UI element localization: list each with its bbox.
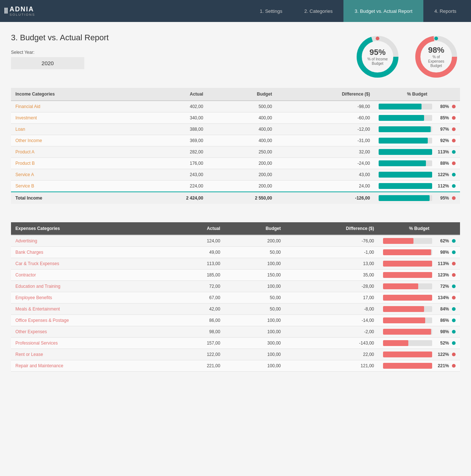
expense-diff: -143,00 xyxy=(285,338,379,349)
expense-dot xyxy=(452,262,456,265)
income-total-label: Total Income xyxy=(11,192,139,204)
expense-diff: 22,00 xyxy=(285,349,379,360)
expense-actual: 221,00 xyxy=(168,360,224,372)
expense-diff: 17,00 xyxy=(285,292,379,304)
expense-table-header: Expenses Categories Actual Budget Differ… xyxy=(11,222,460,235)
charts-area: 95% % of IncomeBudget 98% % of ExpensesB… xyxy=(354,33,460,81)
expense-diff: -14,00 xyxy=(285,315,379,326)
income-budget: 400,00 xyxy=(207,124,276,135)
income-col-budget: Budget xyxy=(207,88,276,101)
expense-diff: -8,00 xyxy=(285,304,379,315)
income-dot xyxy=(452,127,456,131)
expense-donut-wrapper: 98% % of ExpensesBudget xyxy=(412,33,460,81)
page-header: 3. Budget vs. Actual Report Select Year:… xyxy=(11,33,460,81)
income-dot xyxy=(452,150,456,154)
expense-cat-name: Contractor xyxy=(11,269,168,281)
income-cat-name: Service A xyxy=(11,169,139,181)
expense-cat-name: Employee Benefits xyxy=(11,292,168,304)
income-budget: 400,00 xyxy=(207,135,276,146)
income-diff: 24,00 xyxy=(276,181,374,192)
page-title-section: 3. Budget vs. Actual Report Select Year: xyxy=(11,33,109,69)
income-pct-cell: 92% xyxy=(374,135,460,146)
expense-dot xyxy=(452,353,456,356)
expense-cat-name: Bank Charges xyxy=(11,247,168,258)
expense-cat-name: Professional Services xyxy=(11,338,168,349)
expense-actual: 86,00 xyxy=(168,315,224,326)
nav-bar: ⁞⁞ ADNIA SOLUTIONS 1. Settings 2. Catego… xyxy=(0,0,471,22)
income-sub: % of IncomeBudget xyxy=(367,57,388,66)
income-dot xyxy=(452,139,456,142)
expense-pct-cell: 52% xyxy=(379,338,460,349)
expense-diff: 121,00 xyxy=(285,360,379,372)
income-row: Service B 224,00 200,00 24,00 112% xyxy=(11,181,460,192)
expense-col-category: Expenses Categories xyxy=(11,222,168,235)
income-actual: 224,00 xyxy=(139,181,208,192)
expense-cat-name: Rent or Lease xyxy=(11,349,168,360)
expense-dot xyxy=(452,296,456,300)
income-cat-name: Financial Aid xyxy=(11,101,139,112)
expense-col-diff: Difference ($) xyxy=(285,222,379,235)
expense-row: Employee Benefits 67,00 50,00 17,00 134% xyxy=(11,292,460,304)
logo-name: ADNIA xyxy=(10,6,35,12)
expense-dot xyxy=(452,273,456,277)
tab-categories[interactable]: 2. Categories xyxy=(293,0,343,22)
income-pct-cell: 122% xyxy=(374,169,460,181)
income-pct: 95% xyxy=(367,48,388,57)
expense-table-body: Advertising 124,00 200,00 -76,00 62% Ban… xyxy=(11,235,460,372)
expense-budget: 100,00 xyxy=(225,326,285,338)
expense-row: Meals & Entertainment 42,00 50,00 -8,00 … xyxy=(11,304,460,315)
expense-row: Bank Charges 49,00 50,00 -1,00 98% xyxy=(11,247,460,258)
expense-actual: 113,00 xyxy=(168,258,224,269)
income-cat-name: Product A xyxy=(11,146,139,158)
income-actual: 369,00 xyxy=(139,135,208,146)
logo-area: ⁞⁞ ADNIA SOLUTIONS xyxy=(4,6,55,16)
income-row: Product B 176,00 200,00 -24,00 88% xyxy=(11,158,460,169)
expense-dot xyxy=(452,239,456,243)
expense-diff: -28,00 xyxy=(285,281,379,292)
income-budget: 400,00 xyxy=(207,112,276,124)
income-total-actual: 2 424,00 xyxy=(139,192,208,204)
income-diff: -31,00 xyxy=(276,135,374,146)
expense-row: Office Expenses & Postage 86,00 100,00 -… xyxy=(11,315,460,326)
income-table-footer: Total Income 2 424,00 2 550,00 -126,00 9… xyxy=(11,192,460,204)
income-donut-wrapper: 95% % of IncomeBudget xyxy=(354,33,401,81)
expense-pct-cell: 72% xyxy=(379,281,460,292)
income-pct-cell: 113% xyxy=(374,146,460,158)
income-pct-cell: 85% xyxy=(374,112,460,124)
expense-pct-cell: 122% xyxy=(379,349,460,360)
expense-row: Repair and Maintenance 221,00 100,00 121… xyxy=(11,360,460,372)
income-dot xyxy=(452,116,456,120)
select-year-label: Select Year: xyxy=(11,50,109,55)
tab-settings[interactable]: 1. Settings xyxy=(249,0,293,22)
expense-pct-cell: 86% xyxy=(379,315,460,326)
income-dot xyxy=(452,173,456,176)
expense-dot xyxy=(452,341,456,345)
expense-budget: 100,00 xyxy=(225,281,285,292)
logo-sub: SOLUTIONS xyxy=(10,13,35,16)
expense-row: Car & Truck Expenses 113,00 100,00 13,00… xyxy=(11,258,460,269)
expense-actual: 124,00 xyxy=(168,235,224,247)
expense-actual: 185,00 xyxy=(168,269,224,281)
expense-budget: 200,00 xyxy=(225,235,285,247)
income-cat-name: Other Income xyxy=(11,135,139,146)
expense-budget: 50,00 xyxy=(225,304,285,315)
expense-pct-cell: 98% xyxy=(379,326,460,338)
income-table-header: Income Categories Actual Budget Differen… xyxy=(11,88,460,101)
expense-pct-cell: 98% xyxy=(379,247,460,258)
income-diff: 43,00 xyxy=(276,169,374,181)
expense-donut-label: 98% % of ExpensesBudget xyxy=(424,45,448,68)
expense-donut-chart: 98% % of ExpensesBudget xyxy=(412,33,460,81)
tab-reports[interactable]: 4. Reports xyxy=(423,0,467,22)
expense-diff: -2,00 xyxy=(285,326,379,338)
expense-pct: 98% xyxy=(424,45,448,55)
nav-tabs: 1. Settings 2. Categories 3. Budget vs. … xyxy=(55,0,467,22)
expense-actual: 157,00 xyxy=(168,338,224,349)
income-actual: 402,00 xyxy=(139,101,208,112)
expense-table: Expenses Categories Actual Budget Differ… xyxy=(11,222,460,372)
expense-row: Education and Training 72,00 100,00 -28,… xyxy=(11,281,460,292)
tab-budget-report[interactable]: 3. Budget vs. Actual Report xyxy=(343,0,423,22)
expense-row: Other Expenses 98,00 100,00 -2,00 98% xyxy=(11,326,460,338)
expense-sub: % of ExpensesBudget xyxy=(424,55,448,68)
year-input[interactable] xyxy=(11,57,84,69)
expense-pct-cell: 113% xyxy=(379,258,460,269)
